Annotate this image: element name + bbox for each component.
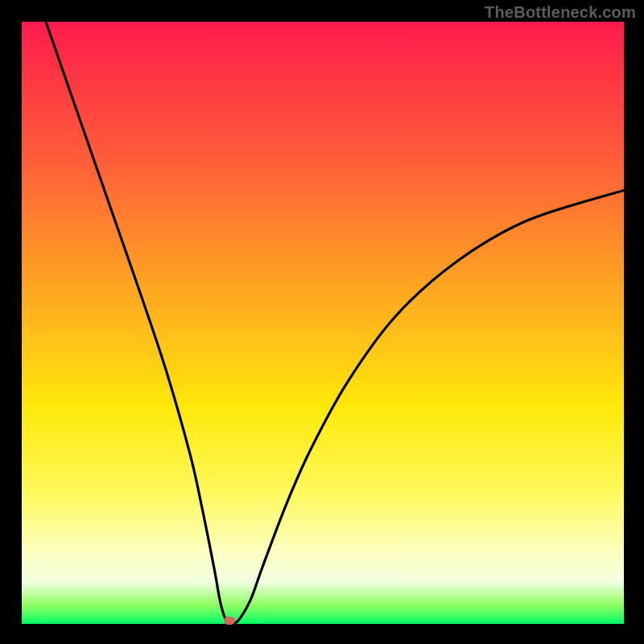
curve-svg bbox=[22, 22, 624, 624]
optimal-point-marker bbox=[224, 617, 235, 625]
watermark-text: TheBottleneck.com bbox=[485, 3, 636, 22]
bottleneck-curve bbox=[46, 22, 624, 623]
chart-frame: TheBottleneck.com bbox=[0, 0, 644, 644]
plot-area bbox=[22, 22, 624, 624]
